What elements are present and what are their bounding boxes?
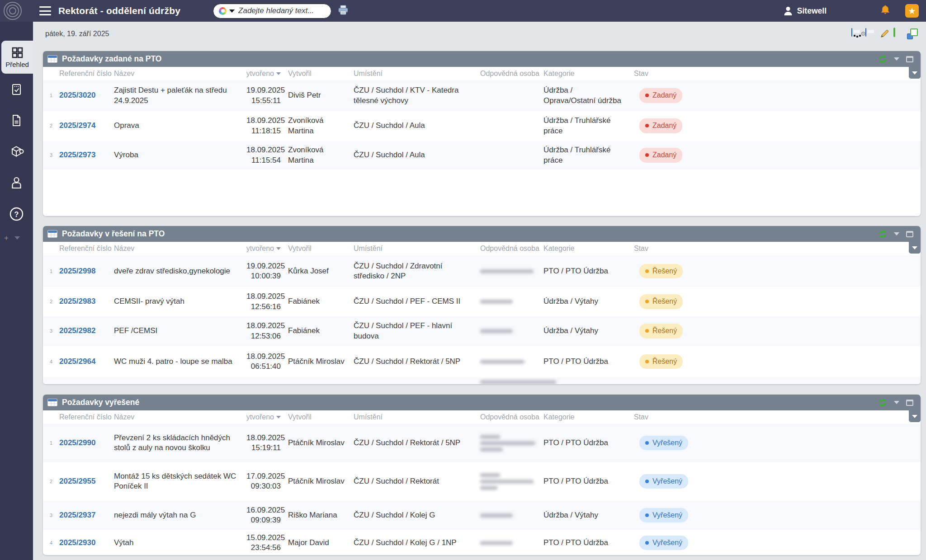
maximize-icon[interactable] [906,231,913,237]
column-chooser-icon[interactable] [909,242,921,254]
menu-hamburger-icon[interactable] [39,6,51,15]
table-row[interactable]: 1 2025/2990 Převzení 2 ks skládacích hně… [43,424,921,462]
column-header-name[interactable]: Název [114,413,246,422]
notifications-bell-icon[interactable] [880,5,891,17]
reference-number-link[interactable]: 2025/3020 [59,91,95,99]
request-name: Montáž 15 ks dětských sedátek WC Poníček… [114,471,246,491]
search-input[interactable]: Zadejte hledaný text... [213,4,331,19]
column-header-status[interactable]: Stav [634,69,706,79]
column-header-created[interactable]: Vytvořeno [246,69,288,79]
reference-number-link[interactable]: 2025/2937 [59,511,95,519]
request-name: Výtah [114,538,246,548]
reference-number-link[interactable]: 2025/2990 [59,438,95,447]
status-badge: Zadaný [639,118,682,133]
reference-number-link[interactable]: 2025/2983 [59,297,95,306]
layout-settings-icon[interactable]: ⚙ [865,28,876,39]
column-header-creator[interactable]: Vytvořil [288,413,354,422]
panel-header: Požadavky zadané na PTO [43,51,921,67]
search-scope-chevron-icon[interactable] [229,9,235,13]
column-header-location[interactable]: Umístění [354,69,480,79]
sort-desc-icon [276,247,281,250]
panel-requests-resolved: Požadavky vyřešené Referenční čísloNázev… [43,395,921,555]
table-row[interactable]: 4 2025/2964 WC muži 4. patro - loupe se … [43,346,921,377]
column-header-responsible[interactable]: Odpovědná osoba [480,413,543,422]
redacted-text [480,513,513,518]
column-header-responsible[interactable]: Odpovědná osoba [480,69,543,79]
table-row[interactable]: 3 2025/2982 PEF /CEMSI 18.09.202512:53:0… [43,316,921,346]
reference-number-link[interactable]: 2025/2955 [59,477,95,485]
table-row[interactable]: 1 2025/2998 dveře zdrav středisko,gyneko… [43,255,921,287]
reference-number-link[interactable]: 2025/2998 [59,267,95,275]
column-header-reference[interactable]: Referenční číslo [59,69,114,79]
panel-gallery-icon[interactable] [907,28,918,39]
print-icon[interactable] [338,5,349,17]
table-row[interactable]: 4 2025/2930 Výtah 15.09.202523:54:56 Maj… [43,530,921,555]
table-row[interactable]: 3 2025/2937 nejezdi mály výtah na G 16.0… [43,501,921,530]
panel-menu-chevron-icon[interactable] [894,232,899,235]
table-row[interactable]: 2 2025/2955 Montáž 15 ks dětských sedáte… [43,462,921,501]
column-header-category[interactable]: Kategorie [543,69,634,79]
status-badge: Vyřešený [639,508,688,523]
column-header-name[interactable]: Název [114,69,246,79]
panel-body: Referenční čísloNázevVytvořenoVytvořilUm… [43,242,921,384]
table-row[interactable]: 2 2025/2974 Oprava 18.09.202511:18:15 Zv… [43,111,921,141]
maximize-icon[interactable] [906,56,913,62]
column-header-location[interactable]: Umístění [354,244,480,254]
add-icon[interactable]: + [4,234,9,242]
favorites-star-icon[interactable]: ★ [905,4,919,18]
refresh-icon[interactable] [878,230,887,239]
column-header-reference[interactable]: Referenční číslo [59,244,114,254]
location: ČZU / Suchdol / Rektorát / 5NP [354,357,480,367]
column-header-responsible[interactable]: Odpovědná osoba [480,244,543,254]
column-header-status[interactable]: Stav [634,413,706,422]
user-menu[interactable]: Sitewell [783,6,827,16]
add-panel-icon[interactable] [893,28,904,39]
sidebar-item-persons[interactable] [0,167,33,198]
table-row[interactable]: 2 2025/2983 CEMSII- pravý výtah 18.09.20… [43,287,921,316]
column-header-creator[interactable]: Vytvořil [288,69,354,79]
app-logo[interactable] [0,0,33,22]
panel-menu-chevron-icon[interactable] [894,401,899,404]
sidebar-item-help[interactable]: ? [0,198,33,230]
column-header-location[interactable]: Umístění [354,413,480,422]
reference-number-link[interactable]: 2025/2974 [59,121,95,130]
column-chooser-icon[interactable] [909,67,921,79]
row-number: 1 [43,268,59,274]
column-header-category[interactable]: Kategorie [543,413,634,422]
table-row-partial[interactable] [43,377,921,384]
table-row[interactable]: 1 2025/3020 Zajistit Destu + paleťák na … [43,80,921,111]
panel-requests-in-progress: Požadavky v řešení na PTO Referenční čís… [43,226,921,384]
table-row[interactable]: 3 2025/2973 Výroba 18.09.202511:15:54 Zv… [43,141,921,169]
column-header-status[interactable]: Stav [634,244,706,254]
category: Údržba / Oprava/Ostatní údržba [543,85,634,105]
column-header-category[interactable]: Kategorie [543,244,634,254]
sidebar-item-documents[interactable] [0,105,33,136]
column-header-created[interactable]: Vytvořeno [246,413,288,422]
responsible-person [480,513,543,518]
column-header-reference[interactable]: Referenční číslo [59,413,114,422]
column-header-created[interactable]: Vytvořeno [246,244,288,254]
user-icon [783,6,793,16]
sidebar-item-tasks[interactable] [0,74,33,105]
refresh-icon[interactable] [878,55,887,64]
reference-number-link[interactable]: 2025/2973 [59,151,95,159]
responsible-person [480,360,543,364]
creator-name: Zvoníková Martina [288,145,354,165]
column-header-creator[interactable]: Vytvořil [288,244,354,254]
column-chooser-icon[interactable] [909,410,921,422]
created-timestamp: 19.09.202510:00:39 [246,261,288,281]
edit-pencil-icon[interactable] [879,28,890,39]
column-header-name[interactable]: Název [114,244,246,254]
creator-name: Ptáčník Miroslav [288,357,354,367]
panel-menu-chevron-icon[interactable] [894,57,899,61]
created-timestamp: 18.09.202506:51:40 [246,352,288,372]
reference-number-link[interactable]: 2025/2982 [59,326,95,335]
created-timestamp: 15.09.202523:54:56 [246,533,288,553]
reference-number-link[interactable]: 2025/2964 [59,357,95,366]
refresh-icon[interactable] [878,398,887,407]
sidebar-item-overview[interactable]: Přehled [1,41,33,74]
reference-number-link[interactable]: 2025/2930 [59,538,95,547]
maximize-icon[interactable] [906,400,913,406]
sidebar-item-assets[interactable] [0,136,33,167]
expand-chevron-icon[interactable] [14,236,20,240]
